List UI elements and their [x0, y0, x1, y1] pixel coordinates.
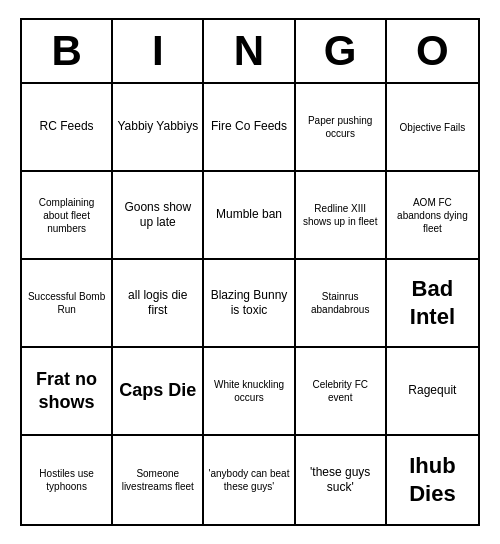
bingo-cell-8: Redline XIII shows up in fleet	[296, 172, 387, 260]
bingo-letter-n: N	[204, 20, 295, 82]
bingo-cell-16: Caps Die	[113, 348, 204, 436]
bingo-cell-2: Fire Co Feeds	[204, 84, 295, 172]
bingo-cell-7: Mumble ban	[204, 172, 295, 260]
bingo-header: BINGO	[22, 20, 478, 84]
bingo-cell-15: Frat no shows	[22, 348, 113, 436]
bingo-cell-18: Celebrity FC event	[296, 348, 387, 436]
bingo-grid: RC FeedsYabbiy YabbiysFire Co FeedsPaper…	[22, 84, 478, 524]
bingo-cell-10: Successful Bomb Run	[22, 260, 113, 348]
bingo-cell-3: Paper pushing occurs	[296, 84, 387, 172]
bingo-cell-17: White knuckling occurs	[204, 348, 295, 436]
bingo-letter-g: G	[296, 20, 387, 82]
bingo-cell-0: RC Feeds	[22, 84, 113, 172]
bingo-cell-9: AOM FC abandons dying fleet	[387, 172, 478, 260]
bingo-cell-1: Yabbiy Yabbiys	[113, 84, 204, 172]
bingo-letter-b: B	[22, 20, 113, 82]
bingo-card: BINGO RC FeedsYabbiy YabbiysFire Co Feed…	[20, 18, 480, 526]
bingo-cell-5: Complaining about fleet numbers	[22, 172, 113, 260]
bingo-cell-23: 'these guys suck'	[296, 436, 387, 524]
bingo-cell-24: Ihub Dies	[387, 436, 478, 524]
bingo-letter-o: O	[387, 20, 478, 82]
bingo-letter-i: I	[113, 20, 204, 82]
bingo-cell-4: Objective Fails	[387, 84, 478, 172]
bingo-cell-22: 'anybody can beat these guys'	[204, 436, 295, 524]
bingo-cell-21: Someone livestreams fleet	[113, 436, 204, 524]
bingo-cell-14: Bad Intel	[387, 260, 478, 348]
bingo-cell-6: Goons show up late	[113, 172, 204, 260]
bingo-cell-20: Hostiles use typhoons	[22, 436, 113, 524]
bingo-cell-12: Blazing Bunny is toxic	[204, 260, 295, 348]
bingo-cell-19: Ragequit	[387, 348, 478, 436]
bingo-cell-13: Stainrus abandabrous	[296, 260, 387, 348]
bingo-cell-11: all logis die first	[113, 260, 204, 348]
